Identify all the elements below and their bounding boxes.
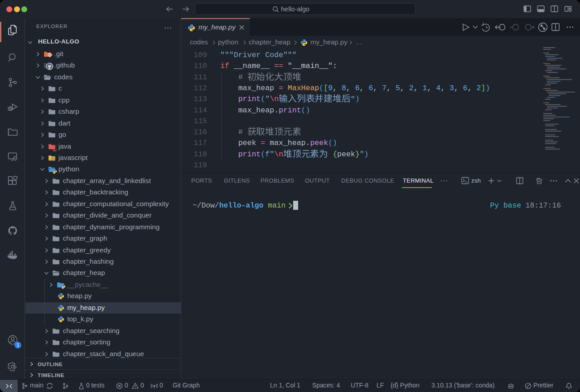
svg-text:zsh: zsh	[471, 177, 481, 184]
